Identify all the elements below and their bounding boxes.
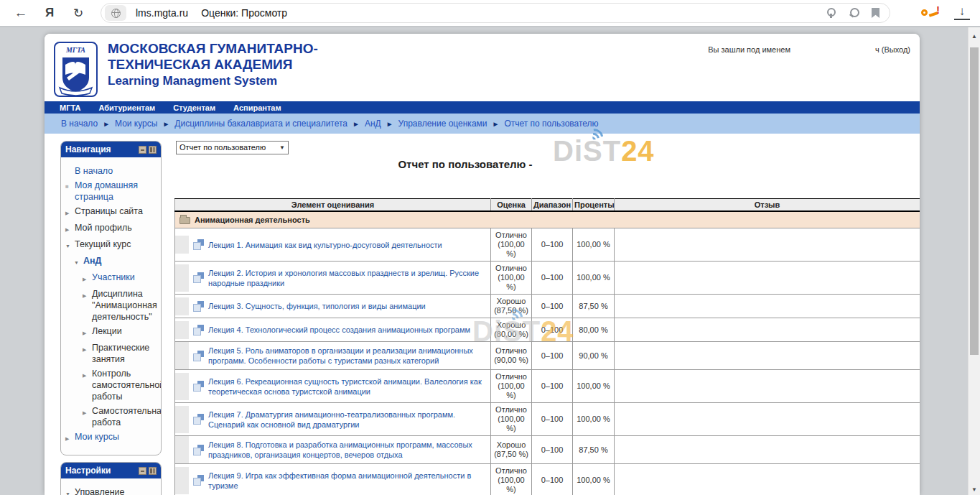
sidebar-item-selfwork: ▶ Самостоятельная работа [65,405,158,428]
back-button[interactable]: ← [10,5,32,21]
sidebar: Навигация В начало ■ Моя домашняя страни… [60,141,162,495]
grade-cell: Отлично(90,00 %) [491,342,532,370]
breadcrumb-separator-icon: ► [386,120,393,128]
menu-item-studentam[interactable]: Студентам [173,103,215,112]
breadcrumb-course[interactable]: АнД [365,119,381,129]
breadcrumb-disciplines[interactable]: Дисциплины бакалавриата и специалитета [174,119,347,129]
range-cell: 0–100 [532,370,573,403]
url-text[interactable]: lms.mgta.ru [136,7,188,19]
table-row: Лекция 1. Анимация как вид культурно-дос… [175,228,920,262]
grade-cell: Хорошо(87,50 %) [491,295,532,318]
grade-item-link[interactable]: Лекция 1. Анимация как вид культурно-дос… [208,240,442,250]
dock-block-icon[interactable] [149,146,157,154]
col-range: Диапазон [532,199,573,212]
feedback-cell [615,370,920,403]
feedback-cell [615,342,920,370]
downloads-button[interactable]: ↓ [954,4,970,20]
collapse-block-icon[interactable] [139,146,146,154]
percent-cell: 100,00 % [573,370,615,403]
chevron-down-icon[interactable]: ▼ [65,486,75,495]
main-menu: МГТА Абитуриентам Студентам Аспирантам [45,101,920,114]
feedback-cell [615,436,920,464]
chevron-right-icon[interactable]: ▶ [83,368,92,402]
table-row: Лекция 6. Рекреационная сущность туристс… [175,370,920,403]
chevron-right-icon[interactable]: ▶ [65,222,75,236]
bookmark-icon[interactable] [872,8,879,18]
range-cell: 0–100 [532,342,573,370]
chevron-down-icon: ▼ [279,143,285,151]
indent-cell [175,264,189,292]
range-cell: 0–100 [532,318,573,342]
grade-item-link[interactable]: Лекция 7. Драматургия анимационно-театра… [208,410,486,430]
table-row: Лекция 2. История и хронология массовых … [175,262,920,295]
col-grade: Оценка [491,199,532,212]
chevron-right-icon[interactable]: ▶ [83,342,92,365]
site-icon-chip [105,5,126,21]
logout-link[interactable]: ч (Выход) [875,45,910,54]
breadcrumb-separator-icon: ► [353,120,360,128]
chevron-right-icon[interactable]: ▶ [83,325,92,339]
menu-item-mgta[interactable]: МГТА [60,103,80,112]
scroll-up-arrow[interactable]: ▲ [969,33,980,40]
site-title: МОСКОВСКАЯ ГУМАНИТАРНО- ТЕХНИЧЕСКАЯ АКАД… [108,41,318,90]
breadcrumb-user-report[interactable]: Отчет по пользователю [504,119,598,129]
address-bar[interactable]: lms.mgta.ru Оценки: Просмотр [101,3,890,23]
bullet-icon: ■ [65,180,75,203]
table-row: Лекция 9. Игра как эффективная форма ани… [175,464,920,495]
collapse-block-icon[interactable] [139,467,146,475]
site-header: МГТА МОСКОВСКАЯ ГУМАНИТАРНО- ТЕХНИЧЕСКАЯ… [45,34,920,101]
grade-item-link[interactable]: Лекция 5. Роль аниматоров в организации … [208,346,486,366]
zoom-icon[interactable] [849,7,860,19]
range-cell: 0–100 [532,295,573,318]
menu-item-abiturientam[interactable]: Абитуриентам [98,103,155,112]
range-cell: 0–100 [532,403,573,436]
block-title: Настройки [65,466,136,476]
chevron-right-icon[interactable]: ▶ [83,288,92,323]
chevron-down-icon[interactable]: ▼ [65,239,75,252]
breadcrumb-home[interactable]: В начало [61,119,98,129]
chevron-right-icon[interactable]: ▶ [83,405,92,428]
report-type-select[interactable]: Отчет по пользователю▼ [176,141,289,154]
grade-cell: Отлично(100,00 %) [491,262,532,295]
feedback-cell [615,262,920,295]
dock-block-icon[interactable] [149,467,157,475]
password-alert-icon[interactable]: ! [921,5,940,21]
vertical-scrollbar[interactable]: ▲ ▼ [968,27,980,495]
chevron-down-icon[interactable]: ▼ [74,255,83,269]
breadcrumb-my-courses[interactable]: Мои курсы [115,119,157,129]
grade-item-link[interactable]: Лекция 2. История и хронология массовых … [208,268,486,288]
breadcrumb-grade-admin[interactable]: Управление оценками [398,119,487,129]
grade-cell: Отлично(100,00 %) [491,403,532,436]
percent-cell: 87,50 % [573,436,615,464]
indent-cell [175,406,189,433]
indent-cell [175,297,189,315]
chevron-right-icon[interactable]: ▶ [65,205,75,219]
menu-item-aspirantam[interactable]: Аспирантам [233,103,281,112]
yandex-icon[interactable]: Я [39,6,60,20]
settings-item-grade-admin: ▼ Управление оценками [65,486,158,495]
grade-item-link[interactable]: Лекция 8. Подготовка и разработка анимац… [208,440,486,460]
login-info: Вы зашли под именем ч (Выход) [708,45,910,54]
percent-cell: 100,00 % [573,464,615,495]
breadcrumb: В начало ► Мои курсы ► Дисциплины бакала… [45,114,920,134]
table-header-row: Элемент оценивания Оценка Диапазон Проце… [175,199,920,212]
globe-icon [111,9,121,18]
refresh-button[interactable]: ↻ [67,6,89,21]
lesson-icon [193,414,204,425]
settings-block-header: Настройки [61,463,161,478]
grade-item-link[interactable]: Лекция 6. Рекреационная сущность туристс… [208,376,486,397]
grade-item-link[interactable]: Лекция 4. Технологический процесс создан… [208,325,470,335]
chevron-right-icon[interactable]: ▶ [83,272,92,285]
grade-item-link[interactable]: Лекция 3. Сущность, функция, типология и… [208,301,426,311]
indent-cell [175,342,189,369]
grade-item-link[interactable]: Лекция 9. Игра как эффективная форма ани… [208,471,486,491]
scroll-down-arrow[interactable]: ▼ [969,486,980,493]
chevron-right-icon[interactable]: ▶ [65,431,75,445]
col-grade-item: Элемент оценивания [175,199,491,212]
scrollbar-thumb[interactable] [970,47,979,355]
sidebar-item-my-profile: ▶ Мой профиль [65,222,158,236]
category-name: Анимационная деятельность [195,216,310,224]
lesson-icon [193,445,204,455]
sidebar-item-control: ▶ Контроль самостоятельной работы [65,368,158,402]
password-key-icon[interactable] [824,8,837,18]
